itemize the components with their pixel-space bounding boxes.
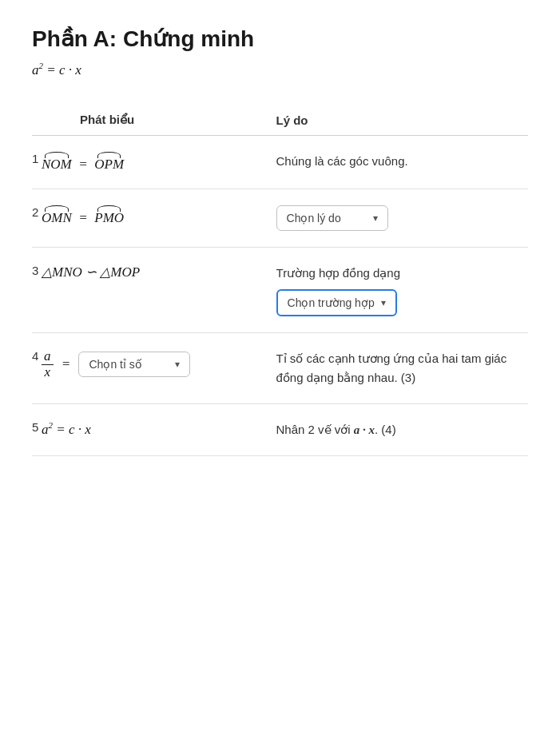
table-row: 4 a x = Chọn tỉ số ▾ Tỉ số các cạnh tươn… — [32, 333, 528, 404]
header-formula: a2 = c · x — [32, 58, 528, 79]
reason-4: Tỉ số các cạnh tương ứng của hai tam giá… — [276, 333, 528, 404]
statement-2: OMN = PMO — [42, 189, 276, 248]
chon-ti-so-dropdown[interactable]: Chọn tỉ số ▾ — [78, 352, 190, 377]
table-row: 5 a2 = c · x Nhân 2 vế với a · x. (4) — [32, 404, 528, 456]
table-row: 2 OMN = PMO Chọn lý do ▾ — [32, 189, 528, 248]
row-number: 4 — [32, 333, 42, 404]
reason-1: Chúng là các góc vuông. — [276, 136, 528, 189]
chon-truong-hop-dropdown[interactable]: Chọn trường hợp ▾ — [276, 289, 397, 316]
table-row: 1 NOM = OPM Chúng là các góc vuông. — [32, 136, 528, 189]
reason-2: Chọn lý do ▾ — [276, 189, 528, 248]
chevron-down-icon: ▾ — [381, 297, 386, 308]
page-title: Phần A: Chứng minh — [32, 26, 528, 52]
row-number: 5 — [32, 404, 42, 456]
statement-4: a x = Chọn tỉ số ▾ — [42, 333, 276, 404]
row-number: 3 — [32, 248, 42, 333]
reason-3: Trường hợp đồng dạng Chọn trường hợp ▾ — [276, 248, 528, 333]
proof-table: Phát biểu Lý do 1 NOM = OPM Chúng là các… — [32, 105, 528, 456]
reason-5: Nhân 2 vế với a · x. (4) — [276, 404, 528, 456]
chevron-down-icon: ▾ — [175, 359, 180, 370]
chon-ly-do-dropdown[interactable]: Chọn lý do ▾ — [276, 205, 388, 231]
col-header-reason: Lý do — [276, 105, 528, 136]
row-number: 2 — [32, 189, 42, 248]
col-header-statement: Phát biểu — [42, 105, 276, 136]
statement-1: NOM = OPM — [42, 136, 276, 189]
statement-5: a2 = c · x — [42, 404, 276, 456]
chevron-down-icon: ▾ — [373, 213, 378, 224]
table-row: 3 △MNO ∽ △MOP Trường hợp đồng dạng Chọn … — [32, 248, 528, 333]
statement-3: △MNO ∽ △MOP — [42, 248, 276, 333]
row-number: 1 — [32, 136, 42, 189]
